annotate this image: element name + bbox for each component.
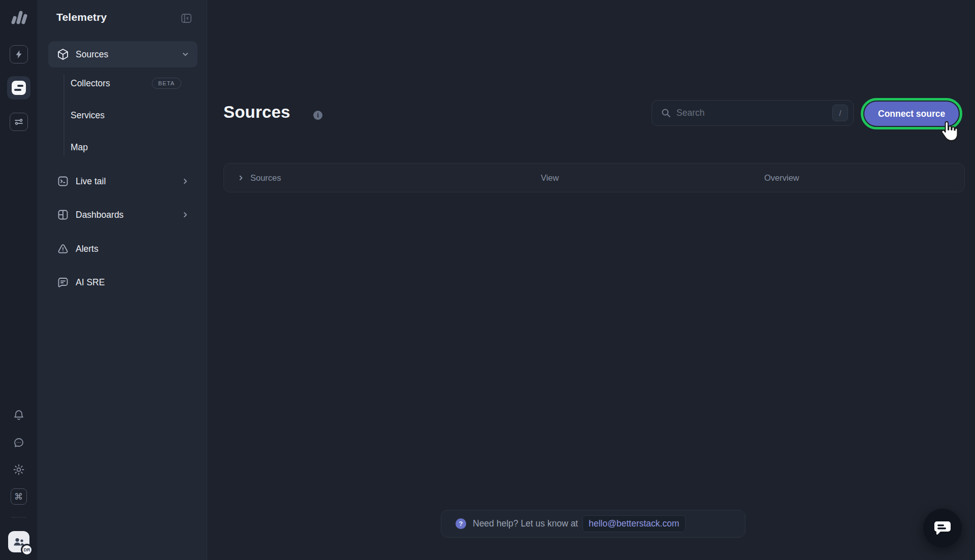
- sub-item-label: Services: [71, 110, 105, 121]
- search-icon: [661, 108, 671, 118]
- rail-divider: [12, 517, 26, 518]
- search-input[interactable]: [676, 108, 832, 118]
- sidebar-item-label: Live tail: [76, 176, 106, 187]
- lightning-icon: [15, 50, 23, 59]
- rail-item-uptime[interactable]: [10, 45, 28, 63]
- warning-icon: [57, 243, 69, 254]
- question-icon: ?: [456, 518, 466, 529]
- cube-icon: [57, 49, 69, 60]
- terminal-icon: [57, 176, 69, 187]
- sources-table-header: Sources View Overview: [223, 163, 965, 192]
- sidebar-item-label: AI SRE: [76, 277, 105, 288]
- chat-bubble-icon: [933, 519, 952, 537]
- team-avatar[interactable]: DR: [8, 531, 29, 552]
- command-icon: ⌘: [14, 491, 23, 502]
- column-header-view: View: [541, 163, 559, 192]
- sidebar-item-sources[interactable]: Sources: [48, 41, 198, 68]
- product-rail: ⌘ DR: [0, 0, 38, 560]
- support-chat-button[interactable]: [923, 509, 962, 547]
- sidebar-item-ai-sre[interactable]: AI SRE: [48, 269, 198, 295]
- sidebar-item-label: Alerts: [76, 244, 99, 254]
- layout-icon: [57, 209, 69, 220]
- avatar-initials-badge: DR: [21, 544, 33, 556]
- sidebar-item-services[interactable]: Services: [71, 104, 198, 126]
- column-header-sources: Sources: [250, 163, 281, 192]
- sub-item-label: Collectors: [71, 78, 110, 89]
- sidebar-item-map[interactable]: Map: [71, 136, 198, 158]
- sidebar-title: Telemetry: [56, 11, 107, 23]
- help-banner: ? Need help? Let us know at hello@better…: [441, 510, 745, 538]
- beta-badge: BETA: [152, 78, 181, 89]
- main-content: Sources i / Connect source Sources View …: [207, 0, 975, 560]
- logs-icon: [12, 81, 26, 95]
- search-box: /: [652, 100, 854, 126]
- rail-item-telemetry[interactable]: [7, 76, 30, 100]
- sub-item-label: Map: [71, 142, 88, 153]
- help-text: Need help? Let us know at: [473, 518, 578, 529]
- nav-indent-guide: [63, 74, 64, 156]
- chevron-down-icon: [181, 50, 189, 58]
- feedback-button[interactable]: [11, 435, 26, 450]
- sun-icon: [13, 464, 25, 476]
- slash-shortcut-key: /: [832, 105, 848, 121]
- column-header-overview: Overview: [764, 163, 799, 192]
- sidebar-item-label: Sources: [76, 49, 108, 60]
- connect-source-button[interactable]: Connect source: [864, 102, 959, 126]
- sidebar-item-live-tail[interactable]: Live tail: [48, 168, 198, 194]
- help-email-link[interactable]: hello@betterstack.com: [582, 515, 685, 532]
- telemetry-sidebar: Telemetry Sources: [38, 0, 207, 560]
- app-root: ⌘ DR Telemetry: [0, 0, 975, 560]
- info-icon[interactable]: i: [313, 111, 322, 120]
- theme-toggle-button[interactable]: [11, 462, 26, 477]
- chevron-right-icon: [181, 211, 189, 219]
- sidebar-item-dashboards[interactable]: Dashboards: [48, 202, 198, 228]
- sidebar-item-alerts[interactable]: Alerts: [48, 236, 198, 262]
- shortcuts-button[interactable]: ⌘: [11, 488, 27, 505]
- chat-dots-icon: [13, 437, 25, 449]
- expand-chevron-icon[interactable]: [237, 163, 245, 192]
- sidebar-item-collectors[interactable]: Collectors BETA: [71, 72, 198, 94]
- bell-icon: [13, 409, 24, 421]
- sidebar-item-label: Dashboards: [76, 210, 123, 220]
- rail-item-settings[interactable]: [10, 113, 28, 131]
- collapse-sidebar-button[interactable]: [180, 12, 192, 24]
- notifications-button[interactable]: [11, 408, 26, 423]
- betterstack-logo-icon[interactable]: [9, 8, 29, 26]
- panel-collapse-icon: [180, 12, 192, 24]
- chevron-right-icon: [181, 177, 189, 185]
- message-icon: [57, 277, 69, 288]
- sliders-icon: [14, 118, 23, 126]
- page-title: Sources: [223, 103, 290, 122]
